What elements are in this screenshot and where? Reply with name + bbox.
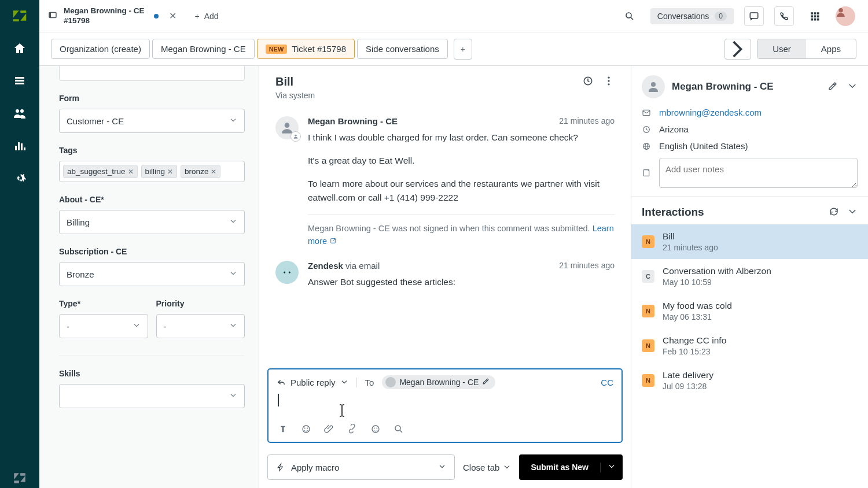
- user-avatar: [275, 116, 299, 139]
- note-icon: [642, 168, 651, 178]
- interaction-item[interactable]: N My food was cold May 06 13:31: [631, 294, 868, 328]
- phone-icon[interactable]: [774, 6, 794, 26]
- nav-admin-icon[interactable]: [10, 168, 30, 188]
- skills-label: Skills: [59, 369, 245, 378]
- emoji2-icon[interactable]: [370, 424, 381, 436]
- apply-macro-button[interactable]: Apply macro: [267, 454, 455, 480]
- knowledge-search-icon[interactable]: [393, 424, 404, 436]
- about-dropdown[interactable]: Billing: [59, 210, 245, 234]
- events-history-icon[interactable]: [582, 75, 594, 88]
- skills-dropdown[interactable]: [59, 384, 245, 408]
- tab-title-line1: Megan Browning - CE: [64, 6, 145, 16]
- tag-item[interactable]: bronze✕: [181, 165, 220, 178]
- reply-editor: Public reply To Megan Browning - CE CC: [267, 368, 623, 443]
- add-tab-button[interactable]: + Add: [185, 0, 229, 32]
- tab-side-conversations[interactable]: Side conversations: [357, 39, 448, 59]
- apps-grid-icon[interactable]: [804, 6, 825, 27]
- unsaved-indicator: [154, 14, 159, 19]
- user-notes-input[interactable]: [659, 158, 858, 188]
- reply-type-selector[interactable]: Public reply: [277, 378, 357, 387]
- interaction-title: Bill: [663, 231, 718, 242]
- nav-reporting-icon[interactable]: [10, 136, 30, 156]
- tab-ticket[interactable]: NEW Ticket #15798: [257, 39, 355, 59]
- interaction-item[interactable]: N Late delivery Jul 09 13:28: [631, 363, 868, 398]
- format-text-icon[interactable]: [278, 424, 288, 436]
- user-email[interactable]: mbrowning@zendesk.com: [659, 108, 762, 117]
- interaction-item[interactable]: C Conversation with Alberzon May 10 10:5…: [631, 259, 868, 294]
- chevron-down-icon: [229, 217, 237, 227]
- tags-input[interactable]: ab_suggest_true✕ billing✕ bronze✕: [59, 161, 245, 182]
- tag-item[interactable]: billing✕: [141, 165, 178, 178]
- tab-requester[interactable]: Megan Browning - CE: [152, 39, 255, 59]
- cc-button[interactable]: CC: [601, 378, 613, 387]
- collapse-interactions-icon[interactable]: [847, 206, 858, 219]
- type-label: Type*: [59, 299, 148, 308]
- profile-avatar[interactable]: [836, 6, 855, 26]
- nav-customers-icon[interactable]: [10, 103, 30, 123]
- emoji-icon[interactable]: [301, 424, 311, 436]
- global-search-icon[interactable]: [619, 6, 640, 27]
- nav-views-icon[interactable]: [10, 71, 30, 91]
- main-workspace: Form Customer - CE Tags ab_suggest_true✕…: [39, 66, 868, 488]
- chat-icon[interactable]: [744, 6, 764, 26]
- agent-search-input[interactable]: [59, 66, 245, 81]
- editor-toolbar: [277, 419, 613, 439]
- user-language: English (United States): [659, 141, 748, 151]
- refresh-interactions-icon[interactable]: [829, 206, 839, 219]
- recipient-pill[interactable]: Megan Browning - CE: [382, 375, 495, 389]
- attachment-icon[interactable]: [324, 424, 334, 436]
- mail-icon: [642, 108, 651, 117]
- workspace-tab[interactable]: Megan Browning - CE #15798 ✕: [39, 0, 185, 32]
- submit-button-dropdown[interactable]: [600, 463, 623, 472]
- message: Zendesk via email 21 minutes ago Answer …: [275, 261, 615, 298]
- status-badge: N: [642, 374, 654, 387]
- nav-products-icon[interactable]: [10, 468, 30, 488]
- tags-label: Tags: [59, 146, 245, 155]
- status-badge: C: [642, 270, 654, 283]
- tag-remove-icon[interactable]: ✕: [128, 168, 134, 176]
- chevron-down-icon: [229, 116, 237, 126]
- context-panel: Megan Browning - CE mbrowning@zendesk.co…: [631, 66, 868, 488]
- add-context-tab[interactable]: +: [454, 39, 472, 60]
- interaction-item[interactable]: N Change CC info Feb 10 15:23: [631, 328, 868, 363]
- nav-home-icon[interactable]: [10, 39, 30, 58]
- form-dropdown[interactable]: Customer - CE: [59, 109, 245, 133]
- collapse-profile-icon[interactable]: [847, 81, 858, 93]
- reply-textarea[interactable]: [277, 389, 613, 419]
- close-tab-icon[interactable]: ✕: [169, 10, 176, 21]
- about-label: About - CE*: [59, 195, 245, 204]
- tag-item[interactable]: ab_suggest_true✕: [63, 165, 138, 178]
- subscription-label: Subscription - CE: [59, 247, 245, 256]
- tab-organization[interactable]: Organization (create): [51, 39, 150, 59]
- status-badge: N: [642, 339, 654, 352]
- edit-recipient-icon[interactable]: [482, 378, 490, 387]
- subscription-dropdown[interactable]: Bronze: [59, 262, 245, 286]
- requester-avatar: [642, 75, 665, 98]
- priority-label: Priority: [156, 299, 245, 308]
- interaction-date: May 10 10:59: [663, 278, 771, 287]
- reply-footer: Apply macro Close tab Submit as New: [259, 449, 631, 488]
- svg-point-30: [284, 271, 285, 273]
- close-tab-button[interactable]: Close tab: [463, 463, 511, 472]
- sidebar-user-tab[interactable]: User: [757, 39, 806, 58]
- text-caret: [278, 394, 279, 406]
- conversations-button[interactable]: Conversations 0: [650, 8, 734, 24]
- ticket-actions-icon[interactable]: [603, 75, 615, 88]
- user-location: Arizona: [659, 124, 689, 134]
- status-badge: N: [642, 305, 654, 317]
- priority-dropdown[interactable]: -: [156, 314, 245, 338]
- link-icon[interactable]: [347, 424, 358, 436]
- tag-remove-icon[interactable]: ✕: [167, 168, 173, 176]
- sidebar-apps-tab[interactable]: Apps: [806, 39, 856, 58]
- globe-icon: [642, 142, 651, 151]
- type-dropdown[interactable]: -: [59, 314, 148, 338]
- mini-avatar: [385, 377, 396, 387]
- edit-user-icon[interactable]: [827, 81, 838, 93]
- chevron-down-icon: [229, 321, 237, 331]
- channel-badge-icon: [290, 131, 301, 142]
- tag-remove-icon[interactable]: ✕: [211, 168, 216, 176]
- submit-button-main[interactable]: Submit as New: [519, 463, 600, 472]
- interaction-item[interactable]: N Bill 21 minutes ago: [631, 224, 868, 259]
- user-language-row: English (United States): [642, 141, 858, 151]
- next-ticket-button[interactable]: [724, 39, 751, 60]
